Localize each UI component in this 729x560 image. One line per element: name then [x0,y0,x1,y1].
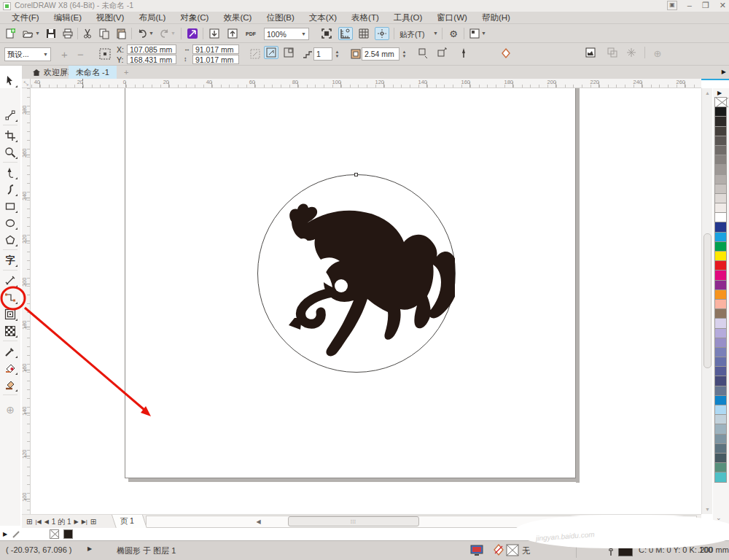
palette-swatch[interactable] [714,386,727,396]
show-guidelines-icon[interactable] [375,27,389,40]
preset-select[interactable]: 预设...▼ [4,47,51,61]
tab-scroll-right-icon[interactable]: ▶ [722,69,726,75]
freehand-tool[interactable] [1,164,19,181]
menu-bitmaps[interactable]: 位图(B) [259,12,301,24]
redo-dropdown-icon[interactable]: ▼ [171,31,176,36]
palette-swatch[interactable] [714,116,727,126]
rectangle-tool[interactable] [1,198,19,214]
print-icon[interactable] [61,27,75,40]
scale-factor-icon[interactable] [248,47,262,61]
search-content-icon[interactable] [185,27,200,40]
palette-swatch[interactable] [714,338,727,348]
scale-stroke-icon[interactable] [624,46,639,59]
palette-swatch[interactable] [714,184,727,194]
palette-swatch[interactable] [714,472,727,482]
palette-swatch[interactable] [714,203,727,213]
open-icon[interactable] [20,27,35,40]
undo-dropdown-icon[interactable]: ▼ [149,31,154,36]
palette-swatch[interactable] [714,328,727,338]
publish-pdf-icon[interactable]: PDF [243,27,258,40]
restore-button[interactable]: ❐ [702,1,709,10]
menu-object[interactable]: 对象(C) [173,12,216,24]
prev-page-icon[interactable]: ◀ [44,518,49,525]
menu-table[interactable]: 表格(T) [344,12,386,24]
palette-swatch[interactable] [714,347,727,357]
scroll-down-icon[interactable]: ▼ [702,505,713,514]
palette-swatch[interactable] [714,280,727,290]
no-fill-swatch[interactable] [50,529,59,539]
two-point-line-tool[interactable] [1,181,19,198]
palette-swatch[interactable] [714,193,727,203]
transparency-tool[interactable] [1,322,19,339]
menu-tools[interactable]: 工具(O) [386,12,430,24]
new-document-icon[interactable] [3,27,17,40]
minimize-button[interactable]: – [687,1,692,10]
menu-file[interactable]: 文件(F) [4,12,47,24]
palette-swatch[interactable] [714,395,727,405]
fill-tool[interactable] [1,376,19,393]
close-button[interactable]: ✕ [720,1,726,10]
steps-field[interactable]: 1 [313,47,332,61]
palette-swatch[interactable] [714,145,727,155]
crop-tool[interactable] [1,127,19,144]
tab-document-1[interactable]: 未命名 -1 [69,66,117,79]
cut-icon[interactable] [80,27,95,40]
customize-toolbox-button[interactable]: ⊕ [1,401,19,418]
add-page-icon[interactable]: ⊞ [26,518,32,526]
menu-help[interactable]: 帮助(H) [475,12,518,24]
drawing-canvas[interactable] [31,88,701,514]
palette-swatch[interactable] [714,318,727,328]
document-color-settings-icon[interactable] [470,545,483,556]
smart-fill-tool[interactable] [1,359,19,376]
show-rulers-icon[interactable] [338,27,353,40]
snap-dropdown-icon[interactable]: ▼ [433,31,438,36]
connector-tool[interactable] [1,289,19,306]
next-page-icon[interactable]: ▶ [74,518,78,525]
circle-shape[interactable] [257,174,456,373]
interactive-fill-icon[interactable] [583,46,598,59]
show-grid-icon[interactable] [356,27,371,40]
menu-edit[interactable]: 编辑(E) [47,12,89,24]
paste-icon[interactable] [114,27,128,40]
palette-swatch[interactable] [714,405,727,415]
mirror-horizontal-icon[interactable] [264,46,278,59]
palette-swatch[interactable] [714,164,727,174]
palette-swatch[interactable] [714,366,727,376]
redo-icon[interactable] [157,27,172,40]
object-width-field[interactable]: 91.017 mm [192,44,239,54]
first-page-icon[interactable]: |◀ [35,518,41,525]
zoom-tool[interactable] [1,144,19,160]
fullscreen-preview-icon[interactable] [319,27,334,40]
palette-swatch[interactable] [714,308,727,319]
copy-icon[interactable] [97,27,112,40]
palette-swatch[interactable] [714,212,727,222]
steps-spinner[interactable]: ▲▼ [333,47,341,61]
import-icon[interactable] [207,27,222,40]
horizontal-scroll-thumb[interactable]: ⦙⦙⦙ [288,516,419,526]
palette-swatch[interactable] [714,414,727,424]
save-icon[interactable] [44,27,58,40]
ellipse-tool[interactable] [1,214,19,231]
palette-swatch[interactable] [714,270,727,280]
palette-swatch[interactable] [714,136,727,146]
offset-spinner[interactable]: ▲▼ [400,47,408,61]
palette-swatch[interactable] [714,222,727,232]
badge-icon[interactable]: ▣ [667,1,677,10]
hscroll-left-icon[interactable]: ◀ [254,517,263,526]
palette-swatch[interactable] [714,232,727,242]
vertical-scrollbar[interactable]: ▲ ▼ [701,88,712,514]
palette-swatch[interactable] [714,289,727,300]
export-icon[interactable] [225,27,240,40]
palette-swatch[interactable] [714,155,727,165]
palette-swatch[interactable] [714,260,727,271]
palette-swatch[interactable] [714,434,727,444]
add-page-icon-right[interactable]: ⊞ [90,518,96,526]
scroll-up-icon[interactable]: ▲ [702,88,713,98]
palette-swatch[interactable] [714,126,727,136]
menu-layout[interactable]: 布局(L) [131,12,173,24]
mirror-vertical-icon[interactable] [281,46,296,59]
launcher-dropdown-icon[interactable]: ▼ [481,31,486,36]
contour-tool[interactable] [1,306,19,322]
palette-swatch[interactable] [714,241,727,252]
palette-swatch[interactable] [714,106,727,117]
